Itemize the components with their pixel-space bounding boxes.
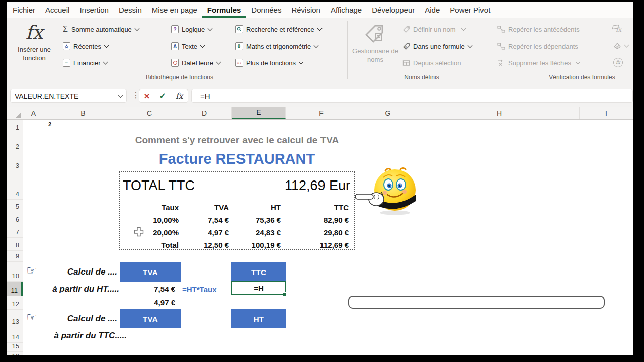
select-all-corner[interactable]: [7, 107, 23, 119]
col-header-B[interactable]: B: [44, 107, 122, 119]
tab-aide[interactable]: Aide: [420, 2, 445, 18]
row-header-2[interactable]: 2: [7, 133, 23, 152]
fill-handle[interactable]: [283, 292, 287, 296]
recent-functions-button[interactable]: ☆ Récentes: [63, 40, 108, 52]
row-header-8[interactable]: 8: [7, 238, 23, 251]
tab-insertion[interactable]: Insertion: [74, 2, 114, 18]
ribbon-tab-bar: Fichier Accueil Insertion Dessin Mise en…: [7, 2, 633, 18]
tab-donnees[interactable]: Données: [246, 2, 286, 18]
tab-power-pivot[interactable]: Power Pivot: [445, 2, 495, 18]
invoice-cell: 24,83 €: [229, 226, 281, 239]
tab-formules[interactable]: Formules: [202, 2, 247, 18]
group-separator: [492, 21, 492, 79]
error-checking-icon: [613, 42, 622, 50]
row-header-10[interactable]: 10: [7, 262, 23, 282]
trace-dependents-button[interactable]: Repérer les dépendants: [497, 40, 578, 52]
tab-mise-en-page[interactable]: Mise en page: [147, 2, 202, 18]
col-header-F[interactable]: F: [286, 107, 357, 119]
chevron-down-icon: [624, 43, 629, 48]
col-header-E-selected[interactable]: E: [232, 107, 286, 119]
invoice-cell: 10,00%: [120, 214, 179, 226]
cell-c12-value[interactable]: 4,97 €: [125, 298, 175, 307]
use-in-formula-button[interactable]: fx Dans une formule: [403, 40, 472, 52]
col-header-G[interactable]: G: [357, 107, 419, 119]
show-formulas-button[interactable]: fx: [612, 22, 623, 34]
svg-text:fx: fx: [616, 26, 622, 33]
invoice-header-tva: TVA: [179, 201, 229, 214]
row-header-7[interactable]: 7: [7, 225, 23, 238]
show-formulas-icon: fx: [612, 24, 623, 33]
evaluate-formula-icon: fx: [613, 58, 623, 67]
col-header-I[interactable]: I: [580, 107, 633, 119]
remove-arrows-button[interactable]: Supprimer les flèches: [497, 57, 580, 69]
row-header-1[interactable]: 1: [7, 120, 23, 133]
cell-c11-value[interactable]: 7,54 €: [125, 285, 175, 293]
datetime-functions-button[interactable]: DateHeure: [171, 57, 220, 69]
row-header-6[interactable]: 6: [7, 212, 23, 225]
tab-dessin[interactable]: Dessin: [114, 2, 147, 18]
svg-text:fx: fx: [405, 45, 407, 48]
cancel-icon[interactable]: ×: [144, 91, 149, 101]
create-from-selection-button[interactable]: Depuis sélection: [403, 57, 461, 69]
row-header-12[interactable]: 12: [7, 296, 23, 310]
enter-check-icon[interactable]: ✓: [159, 91, 166, 101]
name-manager-button[interactable]: Gestionnaire de noms: [352, 24, 398, 64]
pointing-hand-icon: ☞: [26, 312, 37, 322]
tab-developpeur[interactable]: Développeur: [367, 2, 420, 18]
magnifier-icon: [235, 25, 243, 33]
ttc-shape-button[interactable]: TTC: [231, 262, 286, 282]
ht-shape-button[interactable]: HT: [231, 309, 286, 328]
define-name-button[interactable]: Définir un nom: [403, 23, 465, 35]
col-header-A[interactable]: A: [23, 107, 44, 119]
row-header-3[interactable]: 3: [7, 152, 23, 171]
financial-book-icon: ≡: [63, 59, 70, 67]
insert-function-fx-icon[interactable]: fx: [176, 91, 183, 101]
selection-grid-icon: [403, 59, 410, 67]
name-box[interactable]: VALEUR.EN.TEXTE: [10, 89, 127, 103]
col-header-C[interactable]: C: [122, 107, 177, 119]
tva-shape-button-2[interactable]: TVA: [120, 309, 181, 328]
logical-functions-button[interactable]: ? Logique: [171, 23, 212, 35]
insert-function-button[interactable]: fx Insérer une fonction: [9, 22, 59, 62]
clock-icon: [171, 59, 179, 67]
chevron-down-icon: [216, 60, 221, 65]
col-header-D[interactable]: D: [177, 107, 232, 119]
row-header-5[interactable]: 5: [7, 200, 23, 212]
chevron-down-icon: [103, 60, 108, 65]
row-header-15[interactable]: 15: [7, 343, 23, 352]
tab-accueil[interactable]: Accueil: [40, 2, 74, 18]
formula-input[interactable]: =H: [191, 89, 633, 103]
chevron-down-icon: [467, 43, 472, 48]
autosum-button[interactable]: Σ Somme automatique: [63, 23, 139, 35]
error-checking-button[interactable]: [613, 40, 628, 52]
trace-precedents-button[interactable]: Repérer les antécédents: [497, 23, 580, 35]
text-functions-button[interactable]: A Texte: [171, 40, 204, 52]
active-cell-E11[interactable]: =H: [231, 281, 286, 295]
tab-fichier[interactable]: Fichier: [13, 2, 40, 18]
trace-dependents-icon: [497, 42, 505, 50]
row-header-14[interactable]: 14: [7, 327, 23, 343]
tab-revision[interactable]: Révision: [286, 2, 326, 18]
row-header-11-selected[interactable]: 11: [7, 282, 23, 296]
formula-bar: VALEUR.EN.TEXTE ⋮ × ✓ fx =H: [7, 83, 633, 107]
row-header-9[interactable]: 9: [7, 251, 23, 262]
math-trig-functions-button[interactable]: θ Maths et trigonométrie: [235, 40, 318, 52]
empty-textbox-shape[interactable]: [348, 296, 605, 309]
financial-functions-button[interactable]: ≡ Financier: [63, 57, 107, 69]
tab-affichage[interactable]: Affichage: [326, 2, 367, 18]
name-box-chevron-icon[interactable]: [118, 93, 123, 98]
invoice-cell: 12,50 €: [179, 239, 229, 251]
evaluate-formula-button[interactable]: fx: [613, 56, 623, 68]
invoice-cell: 112,69 €: [281, 239, 349, 251]
lookup-functions-button[interactable]: Recherche et référence: [235, 23, 321, 35]
letterbox-right: [633, 0, 644, 362]
more-functions-button[interactable]: ⋯ Plus de fonctions: [235, 57, 303, 69]
tva-shape-button-1[interactable]: TVA: [120, 262, 181, 282]
invoice-cell: 82,90 €: [281, 214, 349, 226]
group-label-formula-auditing: Vérification des formules: [520, 74, 644, 81]
row-header-13[interactable]: 13: [7, 310, 23, 327]
invoice-box: TOTAL TTC 112,69 Eur Taux TVA HT TTC 10,…: [119, 171, 355, 250]
letterbox-left: [0, 0, 7, 362]
col-header-H[interactable]: H: [419, 107, 580, 119]
row-header-4[interactable]: 4: [7, 171, 23, 200]
